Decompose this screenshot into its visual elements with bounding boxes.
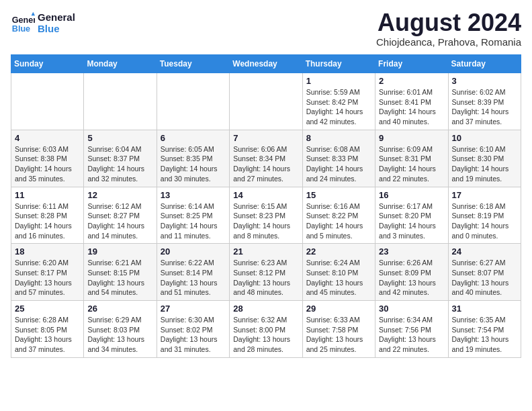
day-info: Sunrise: 6:24 AM Sunset: 8:10 PM Dayligh… xyxy=(306,258,371,298)
day-number: 16 xyxy=(379,190,444,200)
calendar-cell: 27Sunrise: 6:30 AM Sunset: 8:02 PM Dayli… xyxy=(157,301,229,358)
day-info: Sunrise: 6:16 AM Sunset: 8:22 PM Dayligh… xyxy=(306,201,371,241)
title-area: August 2024 Chiojdeanca, Prahova, Romani… xyxy=(376,11,521,48)
day-number: 27 xyxy=(161,304,226,314)
day-number: 6 xyxy=(161,133,226,143)
day-info: Sunrise: 6:10 AM Sunset: 8:30 PM Dayligh… xyxy=(452,144,517,184)
week-row-0: 1Sunrise: 5:59 AM Sunset: 8:42 PM Daylig… xyxy=(11,73,521,130)
calendar-cell: 14Sunrise: 6:15 AM Sunset: 8:23 PM Dayli… xyxy=(230,187,302,244)
day-number: 7 xyxy=(233,133,298,143)
day-info: Sunrise: 6:03 AM Sunset: 8:38 PM Dayligh… xyxy=(15,144,80,184)
calendar-cell: 10Sunrise: 6:10 AM Sunset: 8:30 PM Dayli… xyxy=(448,130,521,187)
weekday-header-saturday: Saturday xyxy=(448,55,521,73)
logo-icon: General Blue xyxy=(11,11,35,35)
logo-text-general: General xyxy=(38,11,75,23)
day-number: 12 xyxy=(87,190,152,200)
day-number: 19 xyxy=(87,246,152,257)
calendar-cell: 6Sunrise: 6:05 AM Sunset: 8:35 PM Daylig… xyxy=(157,130,229,187)
calendar-cell: 12Sunrise: 6:12 AM Sunset: 8:27 PM Dayli… xyxy=(84,187,157,244)
calendar-cell: 9Sunrise: 6:09 AM Sunset: 8:31 PM Daylig… xyxy=(375,130,448,187)
day-number: 11 xyxy=(15,190,80,200)
day-info: Sunrise: 6:05 AM Sunset: 8:35 PM Dayligh… xyxy=(161,144,226,184)
day-info: Sunrise: 6:30 AM Sunset: 8:02 PM Dayligh… xyxy=(161,315,226,355)
day-number: 26 xyxy=(87,304,152,314)
day-info: Sunrise: 6:35 AM Sunset: 7:54 PM Dayligh… xyxy=(452,315,517,355)
weekday-header-wednesday: Wednesday xyxy=(230,55,302,73)
calendar-cell: 25Sunrise: 6:28 AM Sunset: 8:05 PM Dayli… xyxy=(11,301,84,358)
day-number: 9 xyxy=(379,133,444,143)
day-info: Sunrise: 6:04 AM Sunset: 8:37 PM Dayligh… xyxy=(87,144,152,184)
location-title: Chiojdeanca, Prahova, Romania xyxy=(376,36,521,48)
day-info: Sunrise: 6:29 AM Sunset: 8:03 PM Dayligh… xyxy=(87,315,152,355)
calendar-cell xyxy=(230,73,302,130)
weekday-header-row: SundayMondayTuesdayWednesdayThursdayFrid… xyxy=(11,55,521,73)
day-info: Sunrise: 6:26 AM Sunset: 8:09 PM Dayligh… xyxy=(379,258,444,298)
week-row-3: 18Sunrise: 6:20 AM Sunset: 8:17 PM Dayli… xyxy=(11,244,521,301)
calendar-cell: 3Sunrise: 6:02 AM Sunset: 8:39 PM Daylig… xyxy=(448,73,521,130)
day-info: Sunrise: 6:12 AM Sunset: 8:27 PM Dayligh… xyxy=(87,201,152,241)
day-number: 22 xyxy=(306,246,371,257)
day-number: 4 xyxy=(15,133,80,143)
day-info: Sunrise: 6:02 AM Sunset: 8:39 PM Dayligh… xyxy=(452,87,517,127)
svg-text:Blue: Blue xyxy=(12,24,30,34)
calendar-cell: 19Sunrise: 6:21 AM Sunset: 8:15 PM Dayli… xyxy=(84,244,157,301)
calendar-cell: 15Sunrise: 6:16 AM Sunset: 8:22 PM Dayli… xyxy=(302,187,375,244)
day-info: Sunrise: 6:22 AM Sunset: 8:14 PM Dayligh… xyxy=(161,258,226,298)
calendar-cell xyxy=(84,73,157,130)
calendar-cell: 23Sunrise: 6:26 AM Sunset: 8:09 PM Dayli… xyxy=(375,244,448,301)
calendar-cell: 26Sunrise: 6:29 AM Sunset: 8:03 PM Dayli… xyxy=(84,301,157,358)
calendar-cell: 11Sunrise: 6:11 AM Sunset: 8:28 PM Dayli… xyxy=(11,187,84,244)
month-title: August 2024 xyxy=(376,11,521,35)
day-info: Sunrise: 5:59 AM Sunset: 8:42 PM Dayligh… xyxy=(306,87,371,127)
calendar-cell: 28Sunrise: 6:32 AM Sunset: 8:00 PM Dayli… xyxy=(230,301,302,358)
day-info: Sunrise: 6:08 AM Sunset: 8:33 PM Dayligh… xyxy=(306,144,371,184)
day-number: 18 xyxy=(15,246,80,257)
day-info: Sunrise: 6:33 AM Sunset: 7:58 PM Dayligh… xyxy=(306,315,371,355)
day-info: Sunrise: 6:15 AM Sunset: 8:23 PM Dayligh… xyxy=(233,201,298,241)
weekday-header-tuesday: Tuesday xyxy=(157,55,229,73)
day-number: 2 xyxy=(379,76,444,86)
day-info: Sunrise: 6:11 AM Sunset: 8:28 PM Dayligh… xyxy=(15,201,80,241)
day-number: 20 xyxy=(161,246,226,257)
calendar-cell: 22Sunrise: 6:24 AM Sunset: 8:10 PM Dayli… xyxy=(302,244,375,301)
day-number: 13 xyxy=(161,190,226,200)
day-number: 25 xyxy=(15,304,80,314)
calendar-cell: 13Sunrise: 6:14 AM Sunset: 8:25 PM Dayli… xyxy=(157,187,229,244)
weekday-header-monday: Monday xyxy=(84,55,157,73)
day-number: 23 xyxy=(379,246,444,257)
day-number: 14 xyxy=(233,190,298,200)
week-row-1: 4Sunrise: 6:03 AM Sunset: 8:38 PM Daylig… xyxy=(11,130,521,187)
logo-text-blue: Blue xyxy=(38,23,75,34)
day-number: 15 xyxy=(306,190,371,200)
day-number: 31 xyxy=(452,304,517,314)
day-info: Sunrise: 6:21 AM Sunset: 8:15 PM Dayligh… xyxy=(87,258,152,298)
day-number: 3 xyxy=(452,76,517,86)
calendar-cell: 29Sunrise: 6:33 AM Sunset: 7:58 PM Dayli… xyxy=(302,301,375,358)
day-info: Sunrise: 6:23 AM Sunset: 8:12 PM Dayligh… xyxy=(233,258,298,298)
day-number: 5 xyxy=(87,133,152,143)
calendar-cell: 8Sunrise: 6:08 AM Sunset: 8:33 PM Daylig… xyxy=(302,130,375,187)
day-info: Sunrise: 6:32 AM Sunset: 8:00 PM Dayligh… xyxy=(233,315,298,355)
calendar-cell: 21Sunrise: 6:23 AM Sunset: 8:12 PM Dayli… xyxy=(230,244,302,301)
day-info: Sunrise: 6:17 AM Sunset: 8:20 PM Dayligh… xyxy=(379,201,444,241)
calendar-cell: 5Sunrise: 6:04 AM Sunset: 8:37 PM Daylig… xyxy=(84,130,157,187)
week-row-2: 11Sunrise: 6:11 AM Sunset: 8:28 PM Dayli… xyxy=(11,187,521,244)
day-info: Sunrise: 6:20 AM Sunset: 8:17 PM Dayligh… xyxy=(15,258,80,298)
weekday-header-sunday: Sunday xyxy=(11,55,84,73)
day-number: 1 xyxy=(306,76,371,86)
calendar-body: 1Sunrise: 5:59 AM Sunset: 8:42 PM Daylig… xyxy=(11,73,521,358)
day-number: 30 xyxy=(379,304,444,314)
day-info: Sunrise: 6:27 AM Sunset: 8:07 PM Dayligh… xyxy=(452,258,517,298)
calendar-cell: 18Sunrise: 6:20 AM Sunset: 8:17 PM Dayli… xyxy=(11,244,84,301)
calendar-cell: 2Sunrise: 6:01 AM Sunset: 8:41 PM Daylig… xyxy=(375,73,448,130)
calendar-cell: 16Sunrise: 6:17 AM Sunset: 8:20 PM Dayli… xyxy=(375,187,448,244)
calendar-cell: 7Sunrise: 6:06 AM Sunset: 8:34 PM Daylig… xyxy=(230,130,302,187)
day-info: Sunrise: 6:09 AM Sunset: 8:31 PM Dayligh… xyxy=(379,144,444,184)
calendar-cell: 31Sunrise: 6:35 AM Sunset: 7:54 PM Dayli… xyxy=(448,301,521,358)
week-row-4: 25Sunrise: 6:28 AM Sunset: 8:05 PM Dayli… xyxy=(11,301,521,358)
day-info: Sunrise: 6:34 AM Sunset: 7:56 PM Dayligh… xyxy=(379,315,444,355)
day-info: Sunrise: 6:01 AM Sunset: 8:41 PM Dayligh… xyxy=(379,87,444,127)
day-info: Sunrise: 6:06 AM Sunset: 8:34 PM Dayligh… xyxy=(233,144,298,184)
calendar-cell: 4Sunrise: 6:03 AM Sunset: 8:38 PM Daylig… xyxy=(11,130,84,187)
day-number: 21 xyxy=(233,246,298,257)
